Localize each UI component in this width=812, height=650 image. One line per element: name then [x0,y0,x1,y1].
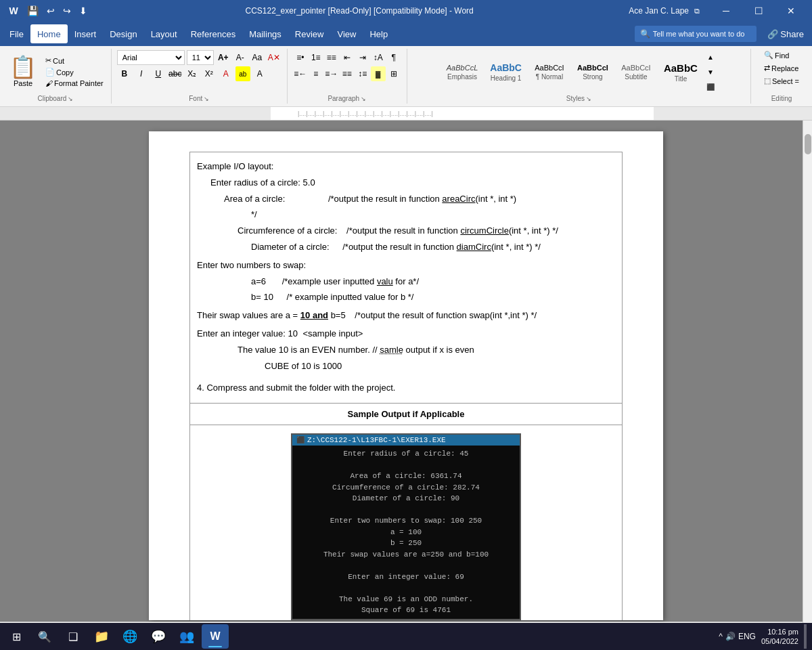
align-center-button[interactable]: ≡ [309,66,323,81]
find-button[interactable]: 🔍 Find [762,50,791,60]
vertical-scrollbar[interactable] [803,121,812,631]
console-line-13 [296,582,516,594]
font-name-select[interactable]: Arial [117,50,185,65]
io-layout-row: Example I/O layout: Enter radius of a ci… [190,152,623,404]
font-shrink-button[interactable]: A- [233,50,248,65]
taskbar-discord[interactable]: 💬 [145,624,172,649]
paste-label: Paste [14,79,32,87]
paragraph-group: ≡• 1≡ ≡≡ ⇤ ⇥ ↕A ¶ ≡← ≡ ≡→ ≡≡ ↕≡ ▓ [288,49,407,104]
search-button[interactable]: 🔍 [31,624,58,649]
increase-indent-button[interactable]: ⇥ [355,50,370,65]
style-title-label: Title [675,75,687,83]
menu-mailings[interactable]: Mailings [242,24,288,43]
style-subtitle[interactable]: AaBbCcI Subtitle [616,61,656,83]
maximize-button[interactable]: ☐ [743,0,774,22]
show-hide-button[interactable]: ¶ [386,50,401,65]
share-button[interactable]: 🔗 Share [762,28,809,41]
clipboard-content: 📋 Paste ✂ Cut 📄 Copy 🖌 [5,50,106,93]
ribbon-search[interactable]: 🔍 Tell me what you want to do [635,26,757,42]
show-desktop-button[interactable] [804,624,807,649]
font-grow-button[interactable]: A+ [216,50,231,65]
line-spacing-button[interactable]: ↕≡ [355,66,370,81]
clipboard-label: Clipboard ↘ [37,93,73,102]
font-content: Arial 11 A+ A- Aa A✕ B I U ab [117,50,281,93]
save-quick-btn[interactable]: 💾 [24,4,41,18]
style-title[interactable]: AaBbC Title [659,59,702,85]
format-painter-button[interactable]: 🖌 Format Painter [43,79,106,88]
subscript-button[interactable]: X₂ [185,66,200,81]
select-button[interactable]: ⬚ Select = [762,76,801,86]
font-size-select[interactable]: 11 [187,50,214,65]
menu-help[interactable]: Help [363,24,394,43]
minimize-button[interactable]: ─ [710,0,742,22]
menu-review[interactable]: Review [288,24,331,43]
menu-design[interactable]: Design [103,24,143,43]
scroll-thumb[interactable] [805,134,811,154]
styles-up-button[interactable]: ▲ [705,51,716,62]
window-controls: ─ ☐ ✕ [710,0,807,22]
replace-button[interactable]: ⇄ Replace [762,63,800,73]
editing-group: 🔍 Find ⇄ Replace ⬚ Select = Editing [751,49,812,104]
align-right-button[interactable]: ≡→ [324,66,339,81]
style-heading1[interactable]: AaBbC Heading 1 [485,60,526,85]
menu-view[interactable]: View [330,24,363,43]
strikethrough-button[interactable]: abc [168,66,183,81]
select-icon: ⬚ [764,77,771,85]
taskbar-file-explorer[interactable]: 📁 [88,624,115,649]
sort-button[interactable]: ↕A [371,50,386,65]
menu-insert[interactable]: Insert [68,24,104,43]
underline-button[interactable]: U [151,66,166,81]
redo-quick-btn[interactable]: ↪ [60,4,74,18]
language-indicator: ENG [738,632,756,641]
styles-more-button[interactable]: ⬛ [705,81,716,92]
menu-layout[interactable]: Layout [144,24,184,43]
bullets-button[interactable]: ≡• [293,50,308,65]
paragraph-expand-icon[interactable]: ↘ [361,95,366,102]
align-left-button[interactable]: ≡← [293,66,308,81]
text-effects-button[interactable]: A [252,66,267,81]
console-icon: ⬛ [296,436,304,444]
undo-quick-btn[interactable]: ↩ [44,4,58,18]
superscript-button[interactable]: X² [202,66,217,81]
font-color-button[interactable]: A [219,66,233,81]
italic-button[interactable]: I [134,66,149,81]
int-prompt-line: Enter an integer value: 10 <sample input… [197,327,615,341]
clear-format-button[interactable]: A✕ [267,50,281,65]
close-button[interactable]: ✕ [775,0,807,22]
taskbar-teams[interactable]: 👥 [173,624,200,649]
style-strong[interactable]: AaBbCcI Strong [572,61,613,83]
change-case-button[interactable]: Aa [250,50,265,65]
styles-expand-icon[interactable]: ↘ [586,95,591,102]
taskbar-chrome[interactable]: 🌐 [116,624,143,649]
bold-button[interactable]: B [117,66,132,81]
menu-home[interactable]: Home [30,24,68,43]
paste-button[interactable]: 📋 Paste [5,55,41,89]
menu-file[interactable]: File [3,24,30,43]
copy-label: Copy [56,68,74,77]
taskbar-word[interactable]: W [202,624,229,649]
shading-button[interactable]: ▓ [371,66,386,81]
font-expand-icon[interactable]: ↘ [204,95,209,102]
cut-button[interactable]: ✂ Cut [43,56,106,66]
borders-button[interactable]: ⊞ [386,66,401,81]
decrease-indent-button[interactable]: ⇤ [340,50,355,65]
copy-button[interactable]: 📄 Copy [43,67,106,77]
start-button[interactable]: ⊞ [3,624,30,649]
numbering-button[interactable]: 1≡ [309,50,323,65]
style-normal[interactable]: AaBbCcI ¶ Normal [529,61,570,83]
tray-caret[interactable]: ^ [719,632,723,641]
style-emphasis[interactable]: AaBbCcL Emphasis [442,61,482,83]
speaker-icon[interactable]: 🔊 [725,632,736,641]
highlight-button[interactable]: ab [235,66,250,81]
font-row-1: Arial 11 A+ A- Aa A✕ [117,50,281,65]
console-output-cell: ⬛ Z:\CCS122-1\L13FBC-1\EXER13.EXE Enter … [190,425,623,620]
menu-references[interactable]: References [184,24,242,43]
console-line-7: Enter two numbers to swap: 100 250 [296,515,516,527]
multilevel-button[interactable]: ≡≡ [324,50,339,65]
justify-button[interactable]: ≡≡ [340,66,355,81]
clipboard-expand-icon[interactable]: ↘ [68,95,73,102]
customize-quick-btn[interactable]: ⬇ [76,4,90,18]
b-comment: /* example inputted value for b */ [287,292,414,302]
styles-down-button[interactable]: ▼ [705,66,716,77]
task-view-button[interactable]: ❑ [60,624,87,649]
